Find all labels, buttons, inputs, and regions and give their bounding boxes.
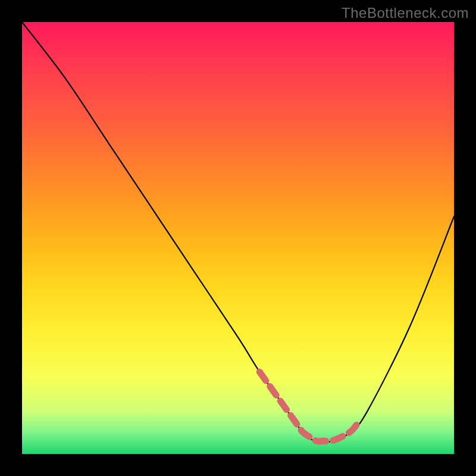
bottleneck-curve-annotation <box>259 372 359 441</box>
plot-area <box>22 22 454 454</box>
bottleneck-curve-path <box>22 22 454 442</box>
curve-svg <box>22 22 454 454</box>
watermark-text: TheBottleneck.com <box>342 5 469 21</box>
chart-frame: TheBottleneck.com <box>0 0 476 476</box>
